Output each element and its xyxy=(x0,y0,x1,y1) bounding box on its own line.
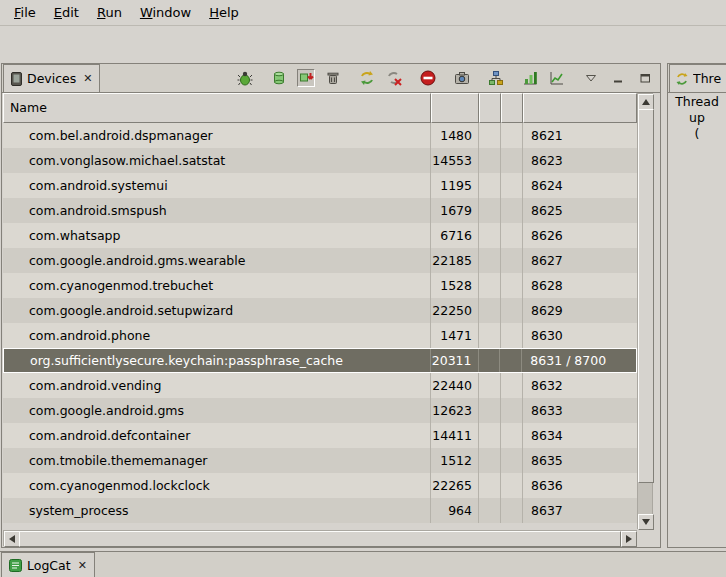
process-port: 8630 xyxy=(523,323,637,348)
process-name: com.cyanogenmod.trebuchet xyxy=(3,273,431,298)
table-row[interactable]: com.google.android.gms 12623 8633 xyxy=(3,398,637,423)
process-port: 8637 xyxy=(523,498,637,523)
empty-cell xyxy=(501,223,523,248)
tab-devices[interactable]: Devices ✕ xyxy=(3,64,100,92)
start-method-profiling-icon[interactable] xyxy=(385,69,403,87)
process-pid: 22265 xyxy=(431,473,479,498)
process-port: 8627 xyxy=(523,248,637,273)
tab-threads-label: Threads xyxy=(693,71,721,86)
process-port: 8626 xyxy=(523,223,637,248)
view-menu-icon[interactable] xyxy=(582,69,600,87)
scroll-left-button[interactable] xyxy=(4,531,20,547)
menu-edit[interactable]: Edit xyxy=(45,1,88,24)
column-header-pid[interactable] xyxy=(431,93,479,123)
process-name: system_process xyxy=(3,498,431,523)
table-row[interactable]: com.whatsapp 6716 8626 xyxy=(3,223,637,248)
close-icon[interactable]: ✕ xyxy=(81,72,92,85)
process-name: com.tmobile.thememanager xyxy=(3,448,431,473)
table-row[interactable]: com.vonglasow.michael.satstat 14553 8623 xyxy=(3,148,637,173)
empty-cell xyxy=(479,248,501,273)
menu-run[interactable]: Run xyxy=(88,1,131,24)
devices-toolbar xyxy=(236,64,654,91)
table-row[interactable]: com.android.defcontainer 14411 8634 xyxy=(3,423,637,448)
empty-cell xyxy=(501,323,523,348)
table-row[interactable]: com.android.vending 22440 8632 xyxy=(3,373,637,398)
scroll-up-button[interactable] xyxy=(638,94,654,110)
process-pid: 1195 xyxy=(431,173,479,198)
update-threads-icon[interactable] xyxy=(358,69,376,87)
table-row[interactable]: com.google.android.gms.wearable 22185 86… xyxy=(3,248,637,273)
tab-logcat-label: LogCat xyxy=(27,558,71,573)
table-row[interactable]: com.google.android.setupwizard 22250 862… xyxy=(3,298,637,323)
table-row[interactable]: com.tmobile.thememanager 1512 8635 xyxy=(3,448,637,473)
menu-help[interactable]: Help xyxy=(200,1,248,24)
empty-cell xyxy=(479,423,501,448)
process-pid: 1528 xyxy=(431,273,479,298)
column-header-port[interactable] xyxy=(523,93,637,123)
empty-cell xyxy=(501,398,523,423)
table-row[interactable]: com.android.systemui 1195 8624 xyxy=(3,173,637,198)
process-name: com.cyanogenmod.lockclock xyxy=(3,473,431,498)
minimize-icon[interactable] xyxy=(609,69,627,87)
process-port: 8633 xyxy=(523,398,637,423)
empty-cell xyxy=(479,273,501,298)
devices-panel: Devices ✕ xyxy=(1,63,661,548)
empty-cell xyxy=(479,298,501,323)
table-row[interactable]: com.android.phone 1471 8630 xyxy=(3,323,637,348)
menu-bar: File Edit Run Window Help xyxy=(0,0,726,26)
screen-capture-icon[interactable] xyxy=(453,69,471,87)
tab-logcat[interactable]: LogCat ✕ xyxy=(1,552,95,577)
process-pid: 14553 xyxy=(431,148,479,173)
process-port: 8632 xyxy=(523,373,637,398)
empty-cell xyxy=(501,448,523,473)
scroll-right-button[interactable] xyxy=(621,531,637,547)
column-header-name[interactable]: Name xyxy=(3,93,431,123)
close-icon[interactable]: ✕ xyxy=(76,559,87,572)
process-name: com.whatsapp xyxy=(3,223,431,248)
process-pid: 22440 xyxy=(431,373,479,398)
horizontal-scroll-thumb[interactable] xyxy=(19,531,621,547)
process-name: com.bel.android.dspmanager xyxy=(3,123,431,148)
table-row[interactable]: com.android.smspush 1679 8625 xyxy=(3,198,637,223)
process-name: com.android.defcontainer xyxy=(3,423,431,448)
empty-cell xyxy=(479,148,501,173)
column-header-empty-2[interactable] xyxy=(501,93,523,123)
process-port: 8625 xyxy=(523,198,637,223)
process-pid: 1471 xyxy=(431,323,479,348)
menu-window[interactable]: Window xyxy=(131,1,200,24)
column-header-empty-1[interactable] xyxy=(479,93,501,123)
dump-hprof-icon[interactable] xyxy=(297,69,315,87)
table-row[interactable]: org.sufficientlysecure.keychain:passphra… xyxy=(3,348,637,373)
view-hierarchy-icon[interactable] xyxy=(487,69,505,87)
menu-file[interactable]: File xyxy=(5,1,45,24)
empty-cell xyxy=(501,123,523,148)
process-port: 8621 xyxy=(523,123,637,148)
stop-process-icon[interactable] xyxy=(419,69,437,87)
update-heap-icon[interactable] xyxy=(270,69,288,87)
vertical-scrollbar[interactable] xyxy=(637,93,653,529)
maximize-icon[interactable] xyxy=(636,69,654,87)
table-row[interactable]: com.cyanogenmod.trebuchet 1528 8628 xyxy=(3,273,637,298)
process-pid: 22185 xyxy=(431,248,479,273)
process-pid: 6716 xyxy=(431,223,479,248)
empty-cell xyxy=(501,298,523,323)
heap-stats-icon[interactable] xyxy=(521,69,539,87)
process-name: com.google.android.gms.wearable xyxy=(3,248,431,273)
empty-cell xyxy=(479,223,501,248)
network-stats-icon[interactable] xyxy=(548,69,566,87)
empty-cell xyxy=(479,349,501,372)
table-row[interactable]: com.bel.android.dspmanager 1480 8621 xyxy=(3,123,637,148)
empty-cell xyxy=(500,349,522,372)
threads-message: Thread up ( xyxy=(668,94,726,142)
debug-icon[interactable] xyxy=(236,69,254,87)
empty-cell xyxy=(479,173,501,198)
table-row[interactable]: system_process 964 8637 xyxy=(3,498,637,523)
cause-gc-icon[interactable] xyxy=(324,69,342,87)
tab-threads[interactable]: Threads xyxy=(669,64,726,92)
empty-cell xyxy=(501,373,523,398)
table-row[interactable]: com.cyanogenmod.lockclock 22265 8636 xyxy=(3,473,637,498)
vertical-scroll-thumb[interactable] xyxy=(638,109,654,483)
process-name: com.android.smspush xyxy=(3,198,431,223)
horizontal-scrollbar[interactable] xyxy=(3,530,637,546)
scroll-down-button[interactable] xyxy=(638,514,654,530)
